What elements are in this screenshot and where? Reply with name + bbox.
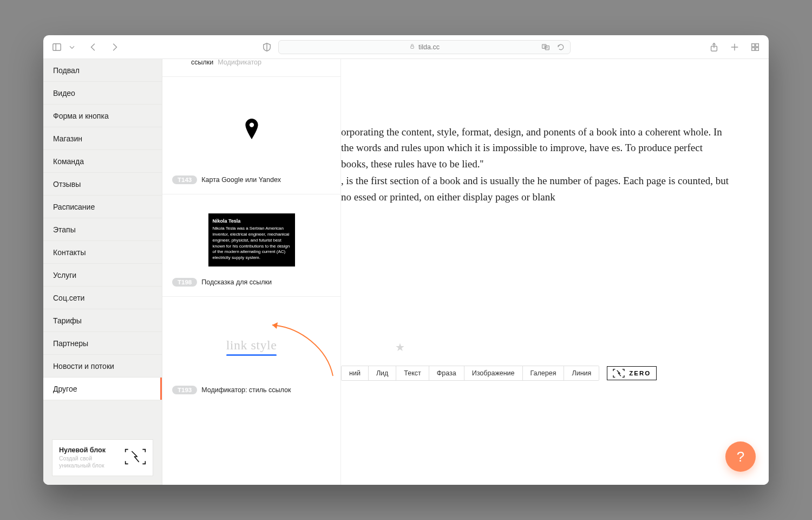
tab-grid-icon[interactable] xyxy=(749,41,761,53)
svg-text:文: 文 xyxy=(543,44,546,48)
sidebar-category[interactable]: Тарифы xyxy=(43,309,162,332)
sidebar-category[interactable]: Форма и кнопка xyxy=(43,105,162,127)
sidebar-category[interactable]: Другое xyxy=(43,378,162,400)
shortcut-button[interactable]: Текст xyxy=(396,366,429,380)
block-type-shortcut: нийЛидТекстФразаИзображениеГалереяЛиния … xyxy=(341,366,657,381)
block-item-map[interactable]: T143 Карта Google или Yandex xyxy=(162,77,340,194)
canvas-paragraph: orporating the content, style, format, d… xyxy=(341,124,731,172)
canvas-paragraph: , is the first section of a book and is … xyxy=(341,173,731,205)
address-url: tilda.cc xyxy=(418,43,440,51)
sidebar-category[interactable]: Отзывы xyxy=(43,173,162,196)
shortcut-button[interactable]: Линия xyxy=(564,366,599,380)
block-label: Модификатор: стиль ссылок xyxy=(201,386,291,394)
sidebar-category-label: Соц.сети xyxy=(53,294,84,302)
zero-shortcut-button[interactable]: ZERO xyxy=(607,366,657,380)
shortcut-button[interactable]: Фраза xyxy=(429,366,464,380)
zero-block-icon xyxy=(125,448,146,466)
nav-forward-icon[interactable] xyxy=(108,41,120,53)
location-pin-icon xyxy=(245,119,259,141)
help-button[interactable]: ? xyxy=(725,441,756,472)
block-label: Подсказка для ссылки xyxy=(201,278,272,286)
block-item-linkstyle[interactable]: link style T193 Модификатор: стиль ссыло… xyxy=(162,297,340,404)
block-modifier: Модификатор xyxy=(218,59,261,66)
shortcut-button[interactable]: ний xyxy=(342,366,369,380)
zero-block-title: Нулевой блок xyxy=(59,446,118,454)
block-code: T143 xyxy=(172,176,197,184)
sidebar-category[interactable]: Расписание xyxy=(43,196,162,218)
translate-icon[interactable]: 文A xyxy=(540,41,552,53)
sidebar-category[interactable]: Подвал xyxy=(43,59,162,82)
sidebar-category[interactable]: Этапы xyxy=(43,218,162,241)
shortcut-button[interactable]: Изображение xyxy=(464,366,523,380)
nav-back-icon[interactable] xyxy=(88,41,100,53)
sidebar-category[interactable]: Контакты xyxy=(43,241,162,264)
sidebar-category[interactable]: Новости и потоки xyxy=(43,355,162,378)
share-icon[interactable] xyxy=(708,41,720,53)
page-canvas: orporating the content, style, format, d… xyxy=(341,59,769,485)
svg-rect-12 xyxy=(752,43,755,46)
linkstyle-preview: link style xyxy=(226,338,277,353)
sidebar-category[interactable]: Команда xyxy=(43,150,162,173)
sidebar-category-label: Контакты xyxy=(53,248,86,257)
block-item-tooltip[interactable]: Nikola Tesla Nikola Tesla was a Serbian … xyxy=(162,194,340,297)
sidebar-category[interactable]: Услуги xyxy=(43,264,162,287)
star-icon: ★ xyxy=(395,341,405,354)
svg-rect-3 xyxy=(411,46,414,48)
sidebar-category-label: Команда xyxy=(53,157,84,166)
shortcut-button[interactable]: Лид xyxy=(369,366,396,380)
block-code: T193 xyxy=(172,386,197,394)
sidebar-category-label: Отзывы xyxy=(53,180,81,188)
svg-rect-15 xyxy=(756,47,758,50)
address-bar[interactable]: tilda.cc 文A xyxy=(278,40,571,54)
svg-text:A: A xyxy=(546,46,548,49)
sidebar-category-label: Другое xyxy=(53,385,77,393)
browser-toolbar: tilda.cc 文A xyxy=(43,35,769,59)
block-label: Карта Google или Yandex xyxy=(201,176,281,184)
sidebar-category-label: Форма и кнопка xyxy=(53,112,109,120)
svg-rect-13 xyxy=(756,43,758,46)
sidebar-category-label: Тарифы xyxy=(53,316,82,325)
sidebar-category-label: Этапы xyxy=(53,225,76,234)
privacy-shield-icon[interactable] xyxy=(261,41,273,53)
sidebar-category[interactable]: Видео xyxy=(43,82,162,105)
new-tab-icon[interactable] xyxy=(729,41,741,53)
zero-shortcut-label: ZERO xyxy=(629,370,651,376)
zero-block-subtitle: Создай свой уникальный блок xyxy=(59,455,118,469)
zero-block-card[interactable]: Нулевой блок Создай свой уникальный блок xyxy=(52,439,153,476)
block-code: T198 xyxy=(172,278,197,287)
sidebar-category[interactable]: Магазин xyxy=(43,127,162,150)
sidebar-category-label: Услуги xyxy=(53,271,76,280)
sidebar-category[interactable]: Соц.сети xyxy=(43,287,162,309)
tooltip-preview-body: Nikola Tesla was a Serbian American inve… xyxy=(213,226,291,261)
sidebar-category-label: Магазин xyxy=(53,134,82,143)
sidebar-category-label: Видео xyxy=(53,89,75,98)
blocks-panel: T000 T ссылки Модификатор T143 xyxy=(162,59,341,485)
sidebar-toggle-icon[interactable] xyxy=(51,41,63,53)
sidebar-category-label: Подвал xyxy=(53,66,80,75)
block-item-cutoff[interactable]: T000 T ссылки Модификатор xyxy=(162,59,340,77)
sidebar-category-label: Партнеры xyxy=(53,339,88,348)
shortcut-button[interactable]: Галерея xyxy=(523,366,565,380)
sidebar-category[interactable]: Партнеры xyxy=(43,332,162,355)
category-sidebar: ПодвалВидеоФорма и кнопкаМагазинКомандаО… xyxy=(43,59,162,485)
lock-icon xyxy=(409,43,415,50)
svg-rect-0 xyxy=(53,43,61,50)
help-label: ? xyxy=(737,448,744,465)
svg-rect-14 xyxy=(752,47,755,50)
reload-icon[interactable] xyxy=(555,41,567,53)
chevron-down-icon[interactable] xyxy=(66,41,78,53)
tooltip-preview-card: Nikola Tesla Nikola Tesla was a Serbian … xyxy=(208,213,295,266)
tooltip-preview-title: Nikola Tesla xyxy=(213,218,291,224)
sidebar-category-label: Новости и потоки xyxy=(53,362,114,370)
sidebar-category-label: Расписание xyxy=(53,203,95,211)
